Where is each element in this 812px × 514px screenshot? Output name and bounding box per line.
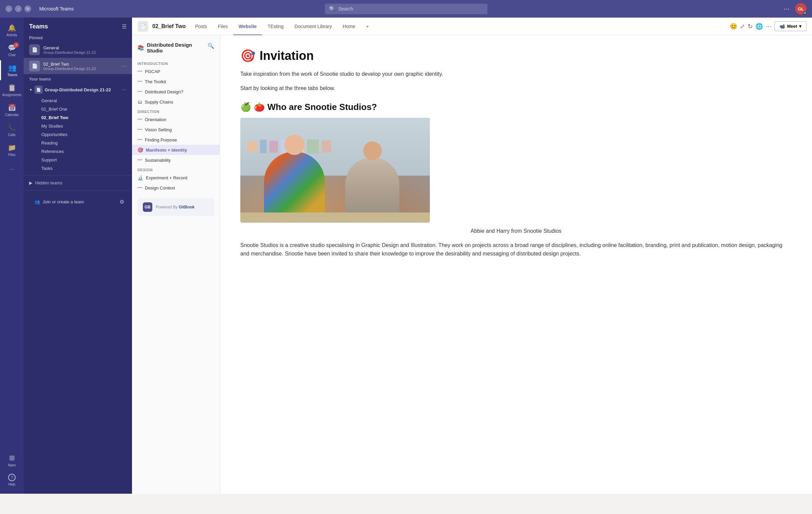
page-title-text: Invitation: [260, 49, 314, 63]
globe-icon[interactable]: 🌐: [755, 23, 763, 30]
icon-sidebar: 🔔 Activity 💬 Chat 3 👥 Teams 📋 Assignment…: [0, 18, 24, 494]
back-button[interactable]: ←: [5, 5, 12, 12]
channel-references[interactable]: References: [41, 147, 132, 156]
calendar-icon: 📅: [8, 104, 16, 112]
channel-reading[interactable]: Reading: [41, 139, 132, 147]
channel-brief-two[interactable]: 02_Brief Two: [41, 113, 132, 122]
wiki-item-orientation[interactable]: 〰 Orientation: [132, 114, 220, 125]
chevron-right-icon: ▶: [29, 180, 32, 185]
chat-label: Chat: [8, 53, 15, 57]
gitbook-logo: GB: [143, 202, 152, 212]
supply-icon: 🗂: [137, 99, 142, 105]
more-icon[interactable]: ⋯: [784, 5, 790, 13]
meet-button[interactable]: 📹 Meet ▾: [774, 21, 807, 31]
wiki-item-manifesto-label: Manifesto + Identity: [146, 148, 187, 153]
assignments-label: Assignments: [2, 93, 21, 97]
tab-home[interactable]: Home: [337, 18, 360, 36]
channel-my-studies[interactable]: My Studies: [41, 122, 132, 130]
group-team-more-icon[interactable]: ⋯: [122, 87, 127, 92]
channel-header: 📄 02_Brief Two Posts Files Website TEsti…: [132, 18, 812, 35]
brief-two-more-icon[interactable]: ⋯: [121, 63, 127, 69]
photo-overlay: [240, 118, 430, 223]
wave-icon-purpose: 〰: [137, 137, 142, 142]
tab-add[interactable]: +: [361, 18, 374, 36]
emoji-icon[interactable]: 😊: [730, 23, 737, 30]
studio-photo: [240, 118, 430, 223]
wiki-search-icon[interactable]: 🔍: [207, 43, 214, 49]
video-icon: 📹: [780, 24, 785, 29]
channel-general[interactable]: General: [41, 96, 132, 105]
refresh-button[interactable]: ↻: [24, 5, 31, 12]
wiki-item-toolkit[interactable]: 〰 The Toolkit: [132, 76, 220, 87]
search-bar[interactable]: 🔍: [325, 4, 487, 14]
hidden-teams-row[interactable]: ▶ Hidden teams: [24, 178, 132, 187]
wiki-item-distributed[interactable]: 〰 Distributed Design?: [132, 87, 220, 97]
wiki-item-supply[interactable]: 🗂 Supply Chains: [132, 97, 220, 107]
tab-website[interactable]: Website: [233, 18, 262, 36]
join-team-button[interactable]: 👥 Join or create a team: [29, 196, 89, 208]
main-layout: 🔔 Activity 💬 Chat 3 👥 Teams 📋 Assignment…: [0, 18, 812, 494]
wiki-item-experiment[interactable]: 🔬 Experiment + Record: [132, 173, 220, 183]
tab-files[interactable]: Files: [212, 18, 233, 36]
settings-button[interactable]: ⚙: [117, 197, 127, 207]
page-title-emoji: 🎯: [240, 49, 256, 63]
wiki-section-intro: INTRODUCTION: [132, 59, 220, 66]
apps-icon: ⊞: [9, 454, 15, 462]
search-input[interactable]: [338, 6, 483, 12]
sidebar-item-chat[interactable]: 💬 Chat 3: [0, 40, 24, 60]
more-actions-icon[interactable]: ⋯: [766, 23, 772, 30]
teams-panel-title: Teams: [29, 23, 48, 30]
forward-button[interactable]: →: [15, 5, 22, 12]
sidebar-item-help[interactable]: ? Help: [0, 470, 24, 490]
general-team-icon: 📄: [29, 44, 40, 55]
wiki-item-vision[interactable]: 〰 Vision Setting: [132, 125, 220, 135]
calls-label: Calls: [8, 133, 16, 137]
refresh-content-icon[interactable]: ↻: [748, 23, 753, 30]
channel-support[interactable]: Support: [41, 156, 132, 164]
expand-icon[interactable]: ⤢: [740, 23, 745, 30]
pinned-item-general[interactable]: 📄 General Group-Distributed Design 21-22: [24, 42, 132, 58]
pinned-item-brief-two[interactable]: 📄 02_Brief Two Group-Distributed Design …: [24, 58, 132, 74]
wiki-item-purpose[interactable]: 〰 Finding Purpose: [132, 135, 220, 145]
sidebar-item-calendar[interactable]: 📅 Calendar: [0, 100, 24, 120]
meet-dropdown-icon: ▾: [799, 24, 802, 29]
sidebar-item-apps[interactable]: ⊞ Apps: [0, 450, 24, 470]
group-team-name: Group-Distributed Design 21-22: [45, 87, 111, 92]
ellipsis-icon: ···: [10, 166, 14, 172]
channel-opportunities[interactable]: Opportunities: [41, 130, 132, 139]
tab-testing[interactable]: TEsting: [262, 18, 289, 36]
wave-icon-distributed: 〰: [137, 89, 142, 94]
channel-tasks[interactable]: Tasks: [41, 164, 132, 173]
channel-brief-one[interactable]: 01_Brief One: [41, 105, 132, 113]
wiki-section-direction: DIRECTION: [132, 107, 220, 114]
sidebar-item-calls[interactable]: 📞 Calls: [0, 120, 24, 140]
wiki-nav-title-wrap: 📚 Distributed Design Studio: [137, 42, 207, 55]
sidebar-item-assignments[interactable]: 📋 Assignments: [0, 80, 24, 100]
chat-badge: 3: [14, 42, 19, 48]
panel-divider: [24, 175, 132, 176]
filter-icon[interactable]: ☰: [122, 23, 127, 30]
sidebar-item-files[interactable]: 📁 Files: [0, 140, 24, 160]
avatar[interactable]: GL: [795, 3, 807, 15]
wiki-item-sustainability[interactable]: 〰 Sustainability: [132, 155, 220, 165]
tab-posts[interactable]: Posts: [190, 18, 212, 36]
floor: [240, 213, 430, 223]
group-team-header[interactable]: ▼ 📄 Group-Distributed Design 21-22 ⋯: [24, 83, 132, 96]
tab-document-library[interactable]: Document Library: [289, 18, 337, 36]
wiki-item-context[interactable]: 〰 Design Context: [132, 183, 220, 193]
channel-header-actions: 😊 ⤢ ↻ 🌐 ⋯ 📹 Meet ▾: [730, 21, 807, 31]
content-area: 📄 02_Brief Two Posts Files Website TEsti…: [132, 18, 812, 494]
chevron-down-icon: ▼: [29, 88, 32, 92]
wiki-item-purpose-label: Finding Purpose: [145, 137, 177, 142]
teams-label: Teams: [7, 73, 17, 77]
wiki-item-pgcap[interactable]: 〰 PGCAP: [132, 66, 220, 76]
brief-two-icon: 📄: [29, 61, 40, 71]
wiki-item-manifesto[interactable]: 🎯 Manifesto + Identity: [132, 145, 220, 155]
sidebar-item-more[interactable]: ···: [0, 163, 24, 175]
hidden-teams-label: Hidden teams: [35, 180, 62, 185]
wiki-item-sustainability-label: Sustainability: [145, 158, 171, 163]
page-title: 🎯 Invitation: [240, 49, 792, 63]
sidebar-item-teams[interactable]: 👥 Teams: [0, 60, 24, 80]
sidebar-item-activity[interactable]: 🔔 Activity: [0, 20, 24, 40]
content-body: 📚 Distributed Design Studio 🔍 INTRODUCTI…: [132, 35, 812, 494]
